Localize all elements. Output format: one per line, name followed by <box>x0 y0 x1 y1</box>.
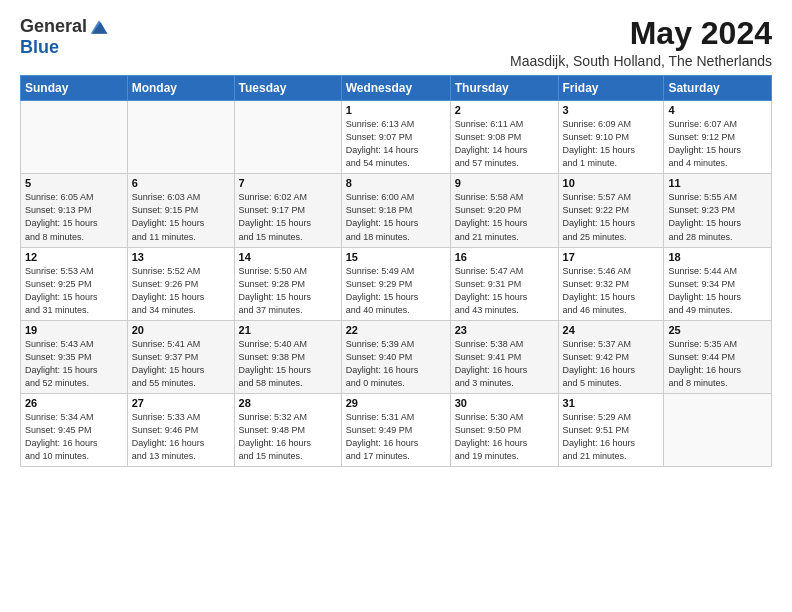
table-row: 9Sunrise: 5:58 AM Sunset: 9:20 PM Daylig… <box>450 174 558 247</box>
table-row: 29Sunrise: 5:31 AM Sunset: 9:49 PM Dayli… <box>341 393 450 466</box>
day-info: Sunrise: 5:32 AM Sunset: 9:48 PM Dayligh… <box>239 411 337 463</box>
day-info: Sunrise: 5:40 AM Sunset: 9:38 PM Dayligh… <box>239 338 337 390</box>
table-row: 4Sunrise: 6:07 AM Sunset: 9:12 PM Daylig… <box>664 101 772 174</box>
day-info: Sunrise: 6:11 AM Sunset: 9:08 PM Dayligh… <box>455 118 554 170</box>
title-area: May 2024 Maasdijk, South Holland, The Ne… <box>510 16 772 69</box>
day-number: 25 <box>668 324 767 336</box>
table-row: 25Sunrise: 5:35 AM Sunset: 9:44 PM Dayli… <box>664 320 772 393</box>
day-info: Sunrise: 5:47 AM Sunset: 9:31 PM Dayligh… <box>455 265 554 317</box>
header-sunday: Sunday <box>21 76 128 101</box>
day-info: Sunrise: 5:31 AM Sunset: 9:49 PM Dayligh… <box>346 411 446 463</box>
day-number: 29 <box>346 397 446 409</box>
day-info: Sunrise: 5:35 AM Sunset: 9:44 PM Dayligh… <box>668 338 767 390</box>
header-wednesday: Wednesday <box>341 76 450 101</box>
day-number: 16 <box>455 251 554 263</box>
day-number: 18 <box>668 251 767 263</box>
day-number: 8 <box>346 177 446 189</box>
day-info: Sunrise: 5:30 AM Sunset: 9:50 PM Dayligh… <box>455 411 554 463</box>
day-info: Sunrise: 5:44 AM Sunset: 9:34 PM Dayligh… <box>668 265 767 317</box>
day-number: 22 <box>346 324 446 336</box>
table-row: 21Sunrise: 5:40 AM Sunset: 9:38 PM Dayli… <box>234 320 341 393</box>
table-row: 17Sunrise: 5:46 AM Sunset: 9:32 PM Dayli… <box>558 247 664 320</box>
day-info: Sunrise: 5:41 AM Sunset: 9:37 PM Dayligh… <box>132 338 230 390</box>
day-number: 1 <box>346 104 446 116</box>
day-number: 14 <box>239 251 337 263</box>
day-number: 3 <box>563 104 660 116</box>
day-info: Sunrise: 5:43 AM Sunset: 9:35 PM Dayligh… <box>25 338 123 390</box>
day-number: 6 <box>132 177 230 189</box>
day-info: Sunrise: 6:02 AM Sunset: 9:17 PM Dayligh… <box>239 191 337 243</box>
day-number: 2 <box>455 104 554 116</box>
logo-general: General <box>20 16 87 37</box>
weekday-header-row: Sunday Monday Tuesday Wednesday Thursday… <box>21 76 772 101</box>
header-thursday: Thursday <box>450 76 558 101</box>
table-row: 30Sunrise: 5:30 AM Sunset: 9:50 PM Dayli… <box>450 393 558 466</box>
header-tuesday: Tuesday <box>234 76 341 101</box>
day-number: 28 <box>239 397 337 409</box>
table-row: 7Sunrise: 6:02 AM Sunset: 9:17 PM Daylig… <box>234 174 341 247</box>
table-row: 15Sunrise: 5:49 AM Sunset: 9:29 PM Dayli… <box>341 247 450 320</box>
day-number: 27 <box>132 397 230 409</box>
day-info: Sunrise: 5:53 AM Sunset: 9:25 PM Dayligh… <box>25 265 123 317</box>
header-saturday: Saturday <box>664 76 772 101</box>
day-info: Sunrise: 5:33 AM Sunset: 9:46 PM Dayligh… <box>132 411 230 463</box>
table-row: 13Sunrise: 5:52 AM Sunset: 9:26 PM Dayli… <box>127 247 234 320</box>
day-info: Sunrise: 5:34 AM Sunset: 9:45 PM Dayligh… <box>25 411 123 463</box>
table-row: 18Sunrise: 5:44 AM Sunset: 9:34 PM Dayli… <box>664 247 772 320</box>
calendar-table: Sunday Monday Tuesday Wednesday Thursday… <box>20 75 772 467</box>
day-info: Sunrise: 6:03 AM Sunset: 9:15 PM Dayligh… <box>132 191 230 243</box>
header: General Blue May 2024 Maasdijk, South Ho… <box>20 16 772 69</box>
calendar-body: 1Sunrise: 6:13 AM Sunset: 9:07 PM Daylig… <box>21 101 772 467</box>
table-row: 11Sunrise: 5:55 AM Sunset: 9:23 PM Dayli… <box>664 174 772 247</box>
table-row: 10Sunrise: 5:57 AM Sunset: 9:22 PM Dayli… <box>558 174 664 247</box>
day-info: Sunrise: 6:05 AM Sunset: 9:13 PM Dayligh… <box>25 191 123 243</box>
table-row: 24Sunrise: 5:37 AM Sunset: 9:42 PM Dayli… <box>558 320 664 393</box>
table-row <box>664 393 772 466</box>
calendar-week-row: 12Sunrise: 5:53 AM Sunset: 9:25 PM Dayli… <box>21 247 772 320</box>
logo-icon <box>89 17 109 37</box>
day-number: 31 <box>563 397 660 409</box>
day-info: Sunrise: 5:52 AM Sunset: 9:26 PM Dayligh… <box>132 265 230 317</box>
day-number: 12 <box>25 251 123 263</box>
day-info: Sunrise: 6:00 AM Sunset: 9:18 PM Dayligh… <box>346 191 446 243</box>
table-row: 26Sunrise: 5:34 AM Sunset: 9:45 PM Dayli… <box>21 393 128 466</box>
table-row <box>21 101 128 174</box>
table-row: 19Sunrise: 5:43 AM Sunset: 9:35 PM Dayli… <box>21 320 128 393</box>
calendar-week-row: 1Sunrise: 6:13 AM Sunset: 9:07 PM Daylig… <box>21 101 772 174</box>
table-row: 14Sunrise: 5:50 AM Sunset: 9:28 PM Dayli… <box>234 247 341 320</box>
day-number: 23 <box>455 324 554 336</box>
logo-blue: Blue <box>20 37 59 58</box>
calendar-week-row: 19Sunrise: 5:43 AM Sunset: 9:35 PM Dayli… <box>21 320 772 393</box>
logo: General Blue <box>20 16 109 58</box>
day-number: 7 <box>239 177 337 189</box>
day-info: Sunrise: 6:13 AM Sunset: 9:07 PM Dayligh… <box>346 118 446 170</box>
day-number: 11 <box>668 177 767 189</box>
table-row: 23Sunrise: 5:38 AM Sunset: 9:41 PM Dayli… <box>450 320 558 393</box>
month-title: May 2024 <box>510 16 772 51</box>
day-number: 9 <box>455 177 554 189</box>
table-row: 27Sunrise: 5:33 AM Sunset: 9:46 PM Dayli… <box>127 393 234 466</box>
table-row: 2Sunrise: 6:11 AM Sunset: 9:08 PM Daylig… <box>450 101 558 174</box>
day-info: Sunrise: 6:09 AM Sunset: 9:10 PM Dayligh… <box>563 118 660 170</box>
table-row: 31Sunrise: 5:29 AM Sunset: 9:51 PM Dayli… <box>558 393 664 466</box>
day-number: 10 <box>563 177 660 189</box>
calendar-week-row: 5Sunrise: 6:05 AM Sunset: 9:13 PM Daylig… <box>21 174 772 247</box>
day-info: Sunrise: 5:57 AM Sunset: 9:22 PM Dayligh… <box>563 191 660 243</box>
day-info: Sunrise: 5:37 AM Sunset: 9:42 PM Dayligh… <box>563 338 660 390</box>
day-number: 20 <box>132 324 230 336</box>
header-monday: Monday <box>127 76 234 101</box>
calendar-week-row: 26Sunrise: 5:34 AM Sunset: 9:45 PM Dayli… <box>21 393 772 466</box>
table-row: 8Sunrise: 6:00 AM Sunset: 9:18 PM Daylig… <box>341 174 450 247</box>
header-friday: Friday <box>558 76 664 101</box>
day-number: 17 <box>563 251 660 263</box>
day-info: Sunrise: 6:07 AM Sunset: 9:12 PM Dayligh… <box>668 118 767 170</box>
table-row <box>127 101 234 174</box>
day-number: 19 <box>25 324 123 336</box>
day-number: 15 <box>346 251 446 263</box>
day-info: Sunrise: 5:29 AM Sunset: 9:51 PM Dayligh… <box>563 411 660 463</box>
day-number: 24 <box>563 324 660 336</box>
table-row: 3Sunrise: 6:09 AM Sunset: 9:10 PM Daylig… <box>558 101 664 174</box>
table-row <box>234 101 341 174</box>
day-number: 4 <box>668 104 767 116</box>
day-info: Sunrise: 5:46 AM Sunset: 9:32 PM Dayligh… <box>563 265 660 317</box>
